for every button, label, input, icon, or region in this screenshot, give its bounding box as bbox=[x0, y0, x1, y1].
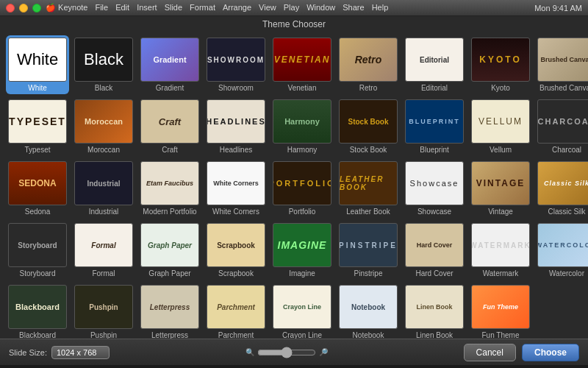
theme-label-whitecorners: White Corners bbox=[212, 208, 259, 216]
theme-thumb-formal: Formal bbox=[74, 223, 133, 267]
minimize-button[interactable] bbox=[19, 4, 28, 13]
menu-share[interactable]: Share bbox=[343, 3, 364, 13]
menu-edit[interactable]: Edit bbox=[115, 3, 129, 13]
theme-label-brushedcanvas: Brushed Canvas bbox=[539, 84, 588, 92]
theme-item-parchment[interactable]: ParchmentParchment bbox=[204, 283, 268, 339]
theme-label-charcoal: Charcoal bbox=[552, 146, 581, 154]
menu-slide[interactable]: Slide bbox=[165, 3, 182, 13]
menu-arrange[interactable]: Arrange bbox=[223, 3, 251, 13]
theme-item-retro[interactable]: RetroRetro bbox=[337, 35, 400, 94]
theme-thumb-pushpin: Pushpin bbox=[74, 285, 133, 329]
theme-item-linenbook[interactable]: Linen BookLinen Book bbox=[403, 283, 466, 339]
theme-item-moroccan[interactable]: MoroccanMoroccan bbox=[72, 97, 135, 156]
theme-item-vellum[interactable]: VELLUMVellum bbox=[469, 97, 532, 156]
theme-item-craft[interactable]: CraftCraft bbox=[138, 97, 201, 156]
theme-item-whitecorners[interactable]: White CornersWhite Corners bbox=[204, 159, 268, 218]
theme-label-showroom: Showroom bbox=[218, 84, 254, 92]
theme-label-watercolor: Watercolor bbox=[549, 269, 584, 277]
slide-size-dropdown[interactable]: 1024 x 7681280 x 7201280 x 960 bbox=[51, 346, 110, 359]
theme-item-pushpin[interactable]: PushpinPushpin bbox=[72, 283, 135, 339]
theme-item-harmony[interactable]: HarmonyHarmony bbox=[270, 97, 334, 156]
menu-format[interactable]: Format bbox=[190, 3, 215, 13]
theme-label-funtheme: Fun Theme bbox=[482, 331, 520, 339]
theme-item-storyboard[interactable]: StoryboardStoryboard bbox=[6, 221, 69, 280]
theme-item-pinstripe[interactable]: PINSTRIPEPinstripe bbox=[337, 221, 400, 280]
window-title: Theme Chooser bbox=[0, 16, 588, 31]
theme-item-industrial[interactable]: IndustrialIndustrial bbox=[72, 159, 135, 218]
theme-item-letterpress[interactable]: LetterpressLetterpress bbox=[138, 283, 201, 339]
choose-button[interactable]: Choose bbox=[522, 344, 579, 361]
menu-play[interactable]: Play bbox=[284, 3, 299, 13]
theme-label-parchment: Parchment bbox=[218, 331, 254, 339]
theme-item-brushedcanvas[interactable]: Brushed CanvasBrushed Canvas bbox=[535, 35, 588, 94]
theme-label-editorial: Editorial bbox=[421, 84, 448, 92]
theme-thumb-industrial: Industrial bbox=[74, 161, 133, 205]
menu-bar: 🍎 Keynote File Edit Insert Slide Format … bbox=[46, 3, 388, 13]
theme-label-harmony: Harmony bbox=[287, 146, 318, 154]
theme-item-typeset[interactable]: TYPESETTypeset bbox=[6, 97, 69, 156]
slide-size-label: Slide Size: bbox=[9, 348, 47, 357]
theme-item-editorial[interactable]: EditorialEditorial bbox=[403, 35, 466, 94]
theme-thumb-scrapbook: Scrapbook bbox=[207, 223, 265, 267]
theme-item-modernportfolio[interactable]: Etam FaucibusModern Portfolio bbox=[138, 159, 201, 218]
theme-thumb-charcoal: CHARCOAL bbox=[537, 99, 588, 144]
theme-thumb-vintage: VINTAGE bbox=[471, 161, 530, 205]
theme-item-gradient[interactable]: GradientGradient bbox=[138, 35, 201, 94]
theme-item-imagine[interactable]: IMAGINEImagine bbox=[270, 221, 334, 280]
theme-label-vellum: Vellum bbox=[490, 146, 512, 154]
theme-label-imagine: Imagine bbox=[289, 269, 315, 277]
zoom-slider[interactable] bbox=[257, 347, 316, 358]
theme-item-notebook[interactable]: NotebookNotebook bbox=[337, 283, 400, 339]
theme-label-watermark: Watermark bbox=[483, 269, 519, 277]
theme-thumb-leatherbook: LEATHER BOOK bbox=[339, 161, 398, 205]
theme-item-showroom[interactable]: SHOWROOMShowroom bbox=[204, 35, 268, 94]
theme-item-crayonline[interactable]: Crayon LineCrayon Line bbox=[270, 283, 334, 339]
menu-insert[interactable]: Insert bbox=[137, 3, 157, 13]
theme-item-headlines[interactable]: HEADLINESHeadlines bbox=[204, 97, 268, 156]
theme-item-leatherbook[interactable]: LEATHER BOOKLeather Book bbox=[337, 159, 400, 218]
theme-item-funtheme[interactable]: Fun ThemeFun Theme bbox=[469, 283, 532, 339]
theme-thumb-headlines: HEADLINES bbox=[207, 99, 265, 144]
theme-thumb-crayonline: Crayon Line bbox=[273, 285, 331, 329]
menu-view[interactable]: View bbox=[259, 3, 276, 13]
theme-item-stockbook[interactable]: Stock BookStock Book bbox=[337, 97, 400, 156]
theme-thumb-stockbook: Stock Book bbox=[339, 99, 398, 144]
slide-size-control: Slide Size: 1024 x 7681280 x 7201280 x 9… bbox=[9, 346, 110, 359]
close-button[interactable] bbox=[6, 4, 15, 13]
menu-help[interactable]: Help bbox=[372, 3, 389, 13]
menu-keynote[interactable]: 🍎 Keynote bbox=[46, 3, 87, 13]
theme-label-blackboard: Blackboard bbox=[19, 331, 56, 339]
theme-label-classicsilk: Classic Silk bbox=[548, 208, 585, 216]
theme-thumb-watermark: WATERMARK bbox=[471, 223, 530, 267]
theme-item-scrapbook[interactable]: ScrapbookScrapbook bbox=[204, 221, 268, 280]
theme-item-hardcover[interactable]: Hard CoverHard Cover bbox=[403, 221, 466, 280]
theme-item-watermark[interactable]: WATERMARKWatermark bbox=[469, 221, 532, 280]
menu-window[interactable]: Window bbox=[306, 3, 335, 13]
theme-label-graphpaper: Graph Paper bbox=[148, 269, 190, 277]
theme-item-formal[interactable]: FormalFormal bbox=[72, 221, 135, 280]
theme-label-white: White bbox=[28, 84, 47, 92]
theme-thumb-blueprint: BLUEPRINT bbox=[405, 99, 464, 144]
theme-item-kyoto[interactable]: KYOTOKyoto bbox=[469, 35, 532, 94]
theme-label-craft: Craft bbox=[162, 146, 178, 154]
theme-item-sedona[interactable]: SEDONASedona bbox=[6, 159, 69, 218]
theme-item-venetian[interactable]: VENETIANVenetian bbox=[270, 35, 334, 94]
theme-thumb-portfolio: PORTFOLIO bbox=[273, 161, 331, 205]
theme-item-charcoal[interactable]: CHARCOALCharcoal bbox=[535, 97, 588, 156]
theme-item-watercolor[interactable]: WATERCOLORWatercolor bbox=[535, 221, 588, 280]
theme-item-classicsilk[interactable]: Classic SilkClassic Silk bbox=[535, 159, 588, 218]
clock: Mon 9:41 AM bbox=[534, 4, 582, 13]
theme-thumb-hardcover: Hard Cover bbox=[405, 223, 464, 267]
maximize-button[interactable] bbox=[32, 4, 41, 13]
theme-item-white[interactable]: WhiteWhite bbox=[6, 35, 69, 94]
theme-label-modernportfolio: Modern Portfolio bbox=[143, 208, 196, 216]
menu-file[interactable]: File bbox=[95, 3, 108, 13]
theme-item-showcase[interactable]: ShowcaseShowcase bbox=[403, 159, 466, 218]
theme-item-black[interactable]: BlackBlack bbox=[72, 35, 135, 94]
theme-item-portfolio[interactable]: PORTFOLIOPortfolio bbox=[270, 159, 334, 218]
cancel-button[interactable]: Cancel bbox=[464, 344, 516, 361]
theme-item-graphpaper[interactable]: Graph PaperGraph Paper bbox=[138, 221, 201, 280]
theme-item-blueprint[interactable]: BLUEPRINTBlueprint bbox=[403, 97, 466, 156]
theme-item-vintage[interactable]: VINTAGEVintage bbox=[469, 159, 532, 218]
theme-item-blackboard[interactable]: BlackboardBlackboard bbox=[6, 283, 69, 339]
